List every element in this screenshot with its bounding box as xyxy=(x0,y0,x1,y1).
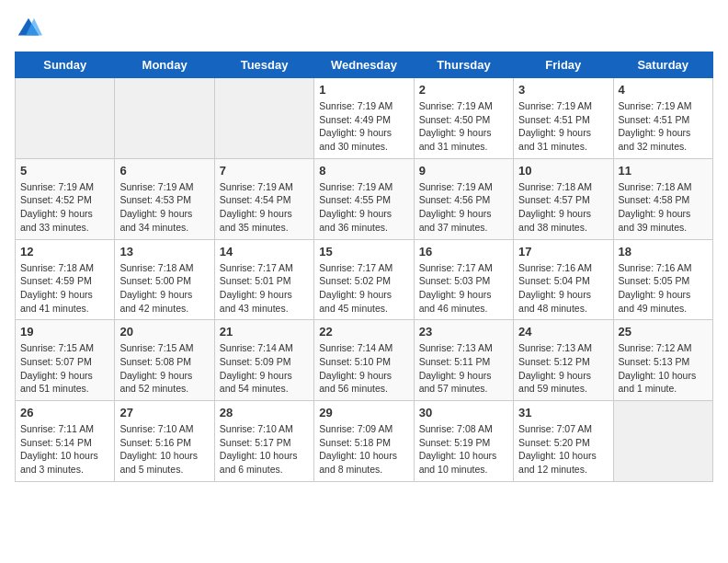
calendar-week-5: 26Sunrise: 7:11 AM Sunset: 5:14 PM Dayli… xyxy=(16,401,713,482)
calendar-cell: 26Sunrise: 7:11 AM Sunset: 5:14 PM Dayli… xyxy=(16,401,115,482)
day-number: 3 xyxy=(518,83,608,97)
day-detail: Sunrise: 7:19 AM Sunset: 4:50 PM Dayligh… xyxy=(419,99,508,154)
day-detail: Sunrise: 7:19 AM Sunset: 4:51 PM Dayligh… xyxy=(619,99,708,154)
day-number: 9 xyxy=(419,164,508,178)
day-detail: Sunrise: 7:13 AM Sunset: 5:11 PM Dayligh… xyxy=(419,341,508,396)
day-number: 17 xyxy=(518,245,608,259)
day-detail: Sunrise: 7:17 AM Sunset: 5:03 PM Dayligh… xyxy=(419,261,508,316)
day-detail: Sunrise: 7:19 AM Sunset: 4:56 PM Dayligh… xyxy=(419,180,508,235)
day-number: 27 xyxy=(119,406,209,419)
day-number: 19 xyxy=(20,325,109,339)
day-number: 20 xyxy=(119,325,209,339)
day-number: 25 xyxy=(619,325,708,339)
calendar-cell xyxy=(16,78,115,159)
logo xyxy=(15,15,48,42)
calendar-cell: 22Sunrise: 7:14 AM Sunset: 5:10 PM Dayli… xyxy=(314,320,414,401)
calendar-cell: 17Sunrise: 7:16 AM Sunset: 5:04 PM Dayli… xyxy=(514,239,613,320)
day-number: 21 xyxy=(220,325,309,339)
day-number: 24 xyxy=(518,325,608,339)
calendar-cell: 12Sunrise: 7:18 AM Sunset: 4:59 PM Dayli… xyxy=(16,239,115,320)
calendar-cell xyxy=(115,78,214,159)
logo-icon xyxy=(15,15,42,42)
calendar-cell xyxy=(214,78,313,159)
calendar-table: SundayMondayTuesdayWednesdayThursdayFrid… xyxy=(15,52,713,482)
calendar-cell: 23Sunrise: 7:13 AM Sunset: 5:11 PM Dayli… xyxy=(414,320,513,401)
weekday-header-thursday: Thursday xyxy=(414,52,513,78)
calendar-cell: 9Sunrise: 7:19 AM Sunset: 4:56 PM Daylig… xyxy=(414,158,513,239)
day-detail: Sunrise: 7:19 AM Sunset: 4:53 PM Dayligh… xyxy=(119,180,209,235)
day-detail: Sunrise: 7:10 AM Sunset: 5:17 PM Dayligh… xyxy=(220,422,309,477)
calendar-cell: 6Sunrise: 7:19 AM Sunset: 4:53 PM Daylig… xyxy=(115,158,214,239)
calendar-cell: 14Sunrise: 7:17 AM Sunset: 5:01 PM Dayli… xyxy=(214,239,313,320)
day-detail: Sunrise: 7:19 AM Sunset: 4:51 PM Dayligh… xyxy=(518,99,608,154)
weekday-header-wednesday: Wednesday xyxy=(314,52,414,78)
day-detail: Sunrise: 7:18 AM Sunset: 4:58 PM Dayligh… xyxy=(619,180,708,235)
calendar-cell: 4Sunrise: 7:19 AM Sunset: 4:51 PM Daylig… xyxy=(613,78,712,159)
weekday-header-saturday: Saturday xyxy=(613,52,712,78)
day-number: 13 xyxy=(119,245,209,259)
calendar-cell: 13Sunrise: 7:18 AM Sunset: 5:00 PM Dayli… xyxy=(115,239,214,320)
day-detail: Sunrise: 7:15 AM Sunset: 5:07 PM Dayligh… xyxy=(20,341,109,396)
calendar-cell: 15Sunrise: 7:17 AM Sunset: 5:02 PM Dayli… xyxy=(314,239,414,320)
calendar-cell: 1Sunrise: 7:19 AM Sunset: 4:49 PM Daylig… xyxy=(314,78,414,159)
day-number: 26 xyxy=(20,406,109,419)
day-number: 30 xyxy=(419,406,508,419)
day-number: 16 xyxy=(419,245,508,259)
day-number: 2 xyxy=(419,83,508,97)
day-detail: Sunrise: 7:13 AM Sunset: 5:12 PM Dayligh… xyxy=(518,341,608,396)
day-number: 5 xyxy=(20,164,109,178)
calendar-cell xyxy=(613,401,712,482)
day-number: 14 xyxy=(220,245,309,259)
calendar-week-4: 19Sunrise: 7:15 AM Sunset: 5:07 PM Dayli… xyxy=(16,320,713,401)
day-detail: Sunrise: 7:19 AM Sunset: 4:49 PM Dayligh… xyxy=(319,99,408,154)
calendar-week-1: 1Sunrise: 7:19 AM Sunset: 4:49 PM Daylig… xyxy=(16,78,713,159)
weekday-header-tuesday: Tuesday xyxy=(214,52,313,78)
day-detail: Sunrise: 7:09 AM Sunset: 5:18 PM Dayligh… xyxy=(319,422,408,477)
calendar-header-row: SundayMondayTuesdayWednesdayThursdayFrid… xyxy=(16,52,713,78)
calendar-cell: 3Sunrise: 7:19 AM Sunset: 4:51 PM Daylig… xyxy=(514,78,613,159)
calendar-cell: 11Sunrise: 7:18 AM Sunset: 4:58 PM Dayli… xyxy=(613,158,712,239)
day-number: 11 xyxy=(619,164,708,178)
calendar-week-3: 12Sunrise: 7:18 AM Sunset: 4:59 PM Dayli… xyxy=(16,239,713,320)
day-detail: Sunrise: 7:12 AM Sunset: 5:13 PM Dayligh… xyxy=(619,341,708,396)
day-detail: Sunrise: 7:14 AM Sunset: 5:09 PM Dayligh… xyxy=(220,341,309,396)
day-number: 10 xyxy=(518,164,608,178)
calendar-cell: 2Sunrise: 7:19 AM Sunset: 4:50 PM Daylig… xyxy=(414,78,513,159)
day-number: 29 xyxy=(319,406,408,419)
calendar-cell: 18Sunrise: 7:16 AM Sunset: 5:05 PM Dayli… xyxy=(613,239,712,320)
day-detail: Sunrise: 7:16 AM Sunset: 5:04 PM Dayligh… xyxy=(518,261,608,316)
calendar-cell: 24Sunrise: 7:13 AM Sunset: 5:12 PM Dayli… xyxy=(514,320,613,401)
calendar-cell: 19Sunrise: 7:15 AM Sunset: 5:07 PM Dayli… xyxy=(16,320,115,401)
day-number: 12 xyxy=(20,245,109,259)
calendar-cell: 29Sunrise: 7:09 AM Sunset: 5:18 PM Dayli… xyxy=(314,401,414,482)
day-detail: Sunrise: 7:11 AM Sunset: 5:14 PM Dayligh… xyxy=(20,422,109,477)
weekday-header-sunday: Sunday xyxy=(16,52,115,78)
calendar-cell: 8Sunrise: 7:19 AM Sunset: 4:55 PM Daylig… xyxy=(314,158,414,239)
calendar-cell: 5Sunrise: 7:19 AM Sunset: 4:52 PM Daylig… xyxy=(16,158,115,239)
calendar-cell: 7Sunrise: 7:19 AM Sunset: 4:54 PM Daylig… xyxy=(214,158,313,239)
calendar-cell: 20Sunrise: 7:15 AM Sunset: 5:08 PM Dayli… xyxy=(115,320,214,401)
day-detail: Sunrise: 7:10 AM Sunset: 5:16 PM Dayligh… xyxy=(119,422,209,477)
day-detail: Sunrise: 7:18 AM Sunset: 4:59 PM Dayligh… xyxy=(20,261,109,316)
day-detail: Sunrise: 7:08 AM Sunset: 5:19 PM Dayligh… xyxy=(419,422,508,477)
day-number: 15 xyxy=(319,245,408,259)
calendar-cell: 10Sunrise: 7:18 AM Sunset: 4:57 PM Dayli… xyxy=(514,158,613,239)
calendar-cell: 21Sunrise: 7:14 AM Sunset: 5:09 PM Dayli… xyxy=(214,320,313,401)
calendar-cell: 27Sunrise: 7:10 AM Sunset: 5:16 PM Dayli… xyxy=(115,401,214,482)
day-number: 28 xyxy=(220,406,309,419)
day-detail: Sunrise: 7:19 AM Sunset: 4:52 PM Dayligh… xyxy=(20,180,109,235)
day-detail: Sunrise: 7:15 AM Sunset: 5:08 PM Dayligh… xyxy=(119,341,209,396)
day-number: 22 xyxy=(319,325,408,339)
day-number: 31 xyxy=(518,406,608,419)
calendar-cell: 30Sunrise: 7:08 AM Sunset: 5:19 PM Dayli… xyxy=(414,401,513,482)
day-number: 8 xyxy=(319,164,408,178)
weekday-header-monday: Monday xyxy=(115,52,214,78)
day-number: 6 xyxy=(119,164,209,178)
day-detail: Sunrise: 7:07 AM Sunset: 5:20 PM Dayligh… xyxy=(518,422,608,477)
day-number: 1 xyxy=(319,83,408,97)
calendar-cell: 16Sunrise: 7:17 AM Sunset: 5:03 PM Dayli… xyxy=(414,239,513,320)
day-detail: Sunrise: 7:19 AM Sunset: 4:54 PM Dayligh… xyxy=(220,180,309,235)
day-detail: Sunrise: 7:14 AM Sunset: 5:10 PM Dayligh… xyxy=(319,341,408,396)
day-number: 7 xyxy=(220,164,309,178)
day-number: 18 xyxy=(619,245,708,259)
